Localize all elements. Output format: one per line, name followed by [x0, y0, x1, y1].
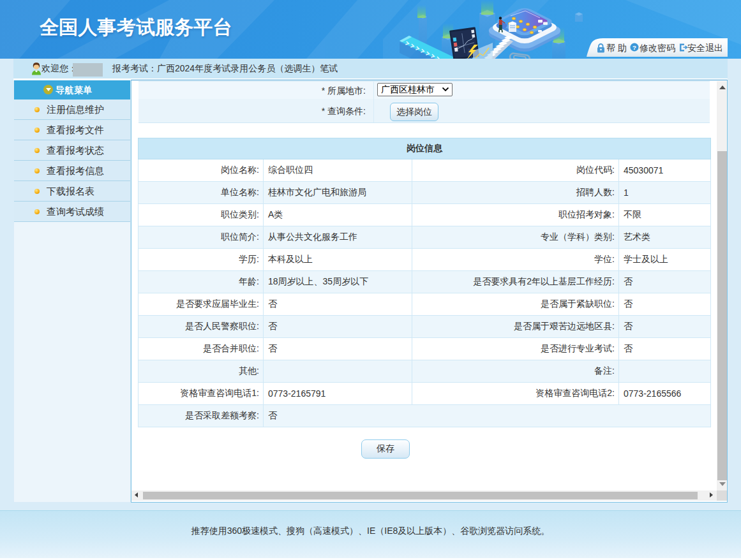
svg-text:?: ?	[632, 44, 636, 51]
